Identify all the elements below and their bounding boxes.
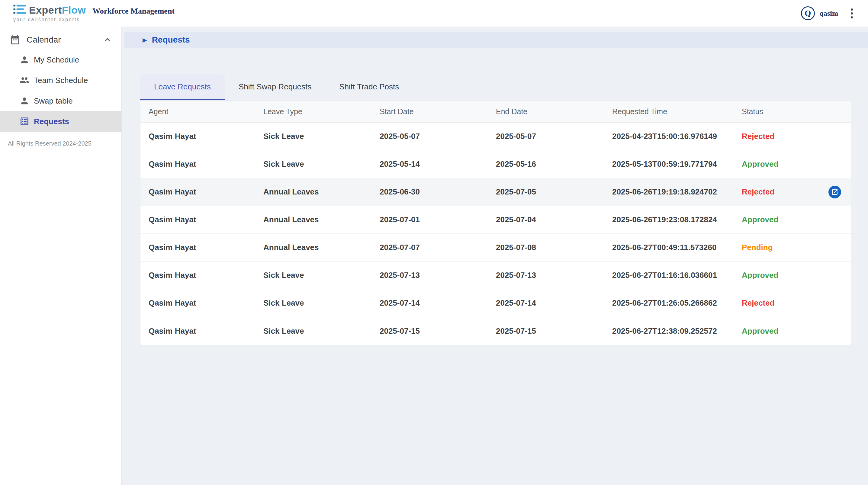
status-badge: Approved: [734, 271, 851, 280]
column-header-leave-type: Leave Type: [255, 107, 371, 116]
table-row[interactable]: Qasim HayatAnnual Leaves2025-07-072025-0…: [141, 234, 851, 262]
tab-leave-requests[interactable]: Leave Requests: [140, 74, 225, 100]
cell-end_date: 2025-07-08: [488, 243, 604, 252]
cell-leave_type: Sick Leave: [255, 271, 371, 280]
cell-end_date: 2025-07-15: [488, 327, 604, 336]
person-icon: [19, 96, 30, 106]
person-icon: [19, 55, 30, 65]
expand-triangle-icon: ▶: [143, 37, 147, 43]
cell-end_date: 2025-05-16: [488, 159, 604, 169]
top-header: ExpertFlow your callcenter experts Workf…: [0, 0, 868, 27]
calendar-icon: [10, 34, 21, 45]
list-alt-icon: [19, 116, 30, 126]
status-badge: Approved: [734, 159, 851, 169]
status-badge: Approved: [734, 327, 851, 336]
status-badge: Pending: [734, 243, 851, 252]
cell-requested_time: 2025-06-27T00:49:11.573260: [604, 243, 734, 252]
brand-tagline: your callcenter experts: [13, 17, 86, 22]
cell-start_date: 2025-07-13: [371, 271, 488, 280]
cell-end_date: 2025-07-14: [488, 298, 604, 308]
cell-start_date: 2025-07-14: [371, 298, 488, 308]
sidebar-section-calendar[interactable]: Calendar: [0, 30, 121, 50]
edit-request-button[interactable]: [829, 186, 841, 199]
cell-agent: Qasim Hayat: [141, 327, 255, 336]
cell-end_date: 2025-07-13: [488, 271, 604, 280]
tab-shift-swap-requests[interactable]: Shift Swap Requests: [225, 74, 325, 100]
copyright-text: All Rights Reserved 2024-2025: [8, 140, 121, 147]
cell-leave_type: Sick Leave: [255, 159, 371, 169]
table-row[interactable]: Qasim HayatAnnual Leaves2025-06-302025-0…: [141, 178, 851, 206]
cell-requested_time: 2025-06-26T19:23:08.172824: [604, 215, 734, 224]
status-badge: Approved: [734, 215, 851, 224]
cell-leave_type: Annual Leaves: [255, 243, 371, 252]
cell-start_date: 2025-07-07: [371, 243, 488, 252]
cell-start_date: 2025-07-15: [371, 327, 488, 336]
sidebar-section-label: Calendar: [27, 35, 61, 45]
cell-end_date: 2025-07-04: [488, 215, 604, 224]
sidebar-item-requests[interactable]: Requests: [0, 111, 121, 132]
table-row[interactable]: Qasim HayatSick Leave2025-07-142025-07-1…: [141, 289, 851, 317]
cell-requested_time: 2025-06-27T01:26:05.266862: [604, 298, 734, 308]
cell-start_date: 2025-06-30: [371, 187, 488, 196]
cell-agent: Qasim Hayat: [141, 298, 255, 308]
column-header-requested-time: Requested Time: [604, 107, 734, 116]
cell-start_date: 2025-07-01: [371, 215, 488, 224]
cell-agent: Qasim Hayat: [141, 159, 255, 169]
expertflow-logo: ExpertFlow your callcenter experts: [13, 4, 86, 22]
sidebar: Calendar My ScheduleTeam ScheduleSwap ta…: [0, 27, 122, 485]
cell-agent: Qasim Hayat: [141, 271, 255, 280]
table-row[interactable]: Qasim HayatSick Leave2025-05-142025-05-1…: [141, 150, 851, 178]
open-in-new-icon: [831, 188, 838, 196]
cell-leave_type: Annual Leaves: [255, 215, 371, 224]
table-header: AgentLeave TypeStart DateEnd DateRequest…: [141, 100, 851, 123]
sidebar-item-label: Swap table: [34, 96, 73, 106]
cell-requested_time: 2025-06-27T12:38:09.252572: [604, 327, 734, 336]
cell-agent: Qasim Hayat: [141, 187, 255, 196]
more-options-icon[interactable]: [848, 6, 855, 21]
tab-shift-trade-posts[interactable]: Shift Trade Posts: [325, 74, 413, 100]
cell-requested_time: 2025-04-23T15:00:16.976149: [604, 132, 734, 141]
status-badge: Rejected: [734, 298, 851, 308]
column-header-agent: Agent: [141, 107, 255, 116]
cell-end_date: 2025-07-05: [488, 187, 604, 196]
sidebar-item-team-schedule[interactable]: Team Schedule: [0, 70, 121, 91]
table-body: Qasim HayatSick Leave2025-05-072025-05-0…: [141, 123, 851, 345]
column-header-status: Status: [734, 107, 851, 116]
sidebar-item-my-schedule[interactable]: My Schedule: [0, 50, 121, 70]
cell-agent: Qasim Hayat: [141, 132, 255, 141]
table-row[interactable]: Qasim HayatSick Leave2025-05-072025-05-0…: [141, 123, 851, 150]
sidebar-item-label: Requests: [34, 117, 69, 126]
table-row[interactable]: Qasim HayatAnnual Leaves2025-07-012025-0…: [141, 206, 851, 234]
status-badge: Rejected: [734, 132, 851, 141]
page-title: Workforce Management: [92, 7, 175, 20]
column-header-start-date: Start Date: [371, 107, 488, 116]
cell-leave_type: Sick Leave: [255, 298, 371, 308]
sidebar-item-swap-table[interactable]: Swap table: [0, 91, 121, 111]
cell-leave_type: Annual Leaves: [255, 187, 371, 196]
main-area: ▶ Requests Leave RequestsShift Swap Requ…: [122, 27, 868, 485]
column-header-end-date: End Date: [488, 107, 604, 116]
requests-table: AgentLeave TypeStart DateEnd DateRequest…: [140, 100, 851, 345]
cell-end_date: 2025-05-07: [488, 132, 604, 141]
cell-start_date: 2025-05-14: [371, 159, 488, 169]
sidebar-item-label: Team Schedule: [34, 76, 88, 85]
table-row[interactable]: Qasim HayatSick Leave2025-07-132025-07-1…: [141, 262, 851, 289]
cell-requested_time: 2025-06-26T19:19:18.924702: [604, 187, 734, 196]
user-menu[interactable]: Q qasim: [801, 6, 838, 20]
table-row[interactable]: Qasim HayatSick Leave2025-07-152025-07-1…: [141, 317, 851, 345]
cell-agent: Qasim Hayat: [141, 215, 255, 224]
username: qasim: [820, 9, 838, 18]
sidebar-nav: My ScheduleTeam ScheduleSwap tableReques…: [0, 50, 121, 132]
avatar[interactable]: Q: [801, 6, 815, 20]
cell-requested_time: 2025-05-13T00:59:19.771794: [604, 159, 734, 169]
people-icon: [19, 75, 30, 86]
tab-bar: Leave RequestsShift Swap RequestsShift T…: [140, 74, 868, 100]
brand-text: ExpertFlow: [29, 5, 86, 15]
cell-agent: Qasim Hayat: [141, 243, 255, 252]
cell-leave_type: Sick Leave: [255, 132, 371, 141]
sidebar-item-label: My Schedule: [34, 55, 79, 65]
cell-leave_type: Sick Leave: [255, 327, 371, 336]
requests-section-header[interactable]: ▶ Requests: [124, 32, 868, 48]
cell-requested_time: 2025-06-27T01:16:16.036601: [604, 271, 734, 280]
chevron-up-icon[interactable]: [102, 34, 113, 45]
